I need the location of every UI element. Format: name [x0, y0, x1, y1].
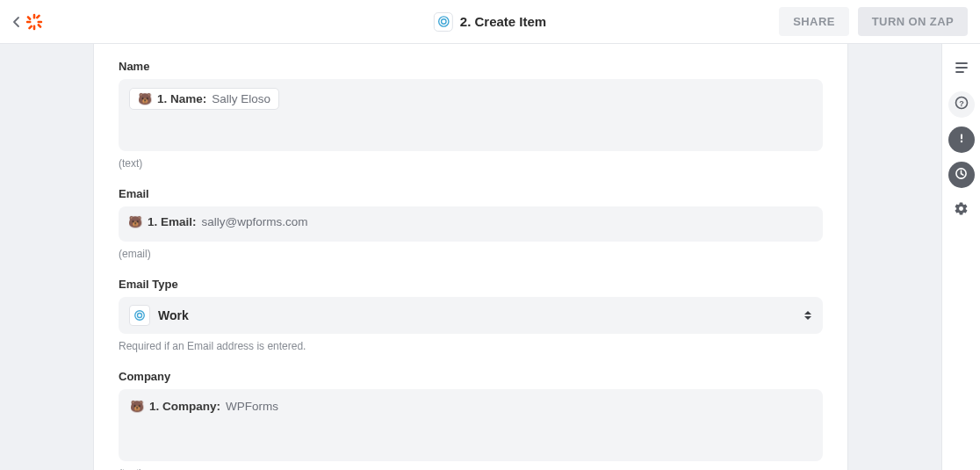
svg-rect-4 [26, 15, 32, 20]
field-label: Name [119, 60, 823, 73]
bear-icon: 🐻 [138, 92, 152, 105]
svg-point-9 [441, 19, 446, 25]
field-hint: Required if an Email address is entered. [119, 340, 823, 352]
step-title-text: 2. Create Item [460, 14, 546, 29]
svg-rect-17 [961, 134, 962, 140]
rail-settings-button[interactable] [948, 197, 975, 223]
back-button[interactable] [12, 12, 44, 32]
svg-text:?: ? [959, 99, 964, 108]
bear-icon: 🐻 [130, 400, 144, 413]
rail-alert-button[interactable] [948, 127, 975, 153]
svg-point-8 [438, 17, 448, 26]
svg-rect-5 [37, 23, 42, 28]
alert-icon [955, 132, 968, 148]
pill-source-label: 1. Email: [148, 215, 197, 228]
field-company: Company 🐻 1. Company: WPForms (text) [119, 370, 823, 470]
svg-rect-3 [37, 20, 42, 23]
field-name: Name 🐻 1. Name: Sally Eloso (text) [119, 60, 823, 170]
turn-on-zap-button[interactable]: TURN ON ZAP [858, 7, 968, 36]
field-hint: (text) [119, 157, 823, 170]
top-actions: SHARE TURN ON ZAP [779, 7, 968, 36]
rail-history-button[interactable] [948, 162, 975, 188]
email-type-select[interactable]: Work [119, 297, 823, 334]
field-label: Email Type [119, 278, 823, 291]
step-title: 2. Create Item [434, 12, 546, 32]
svg-rect-0 [33, 13, 36, 18]
mapped-field-pill[interactable]: 🐻 1. Email: sally@wpforms.com [127, 213, 309, 230]
right-rail: ? [941, 44, 980, 470]
name-input[interactable]: 🐻 1. Name: Sally Eloso [119, 79, 823, 151]
svg-point-11 [137, 313, 141, 317]
pill-source-label: 1. Name: [157, 92, 206, 105]
field-email-type: Email Type Work [119, 278, 823, 352]
top-bar: 2. Create Item SHARE TURN ON ZAP [0, 0, 980, 44]
gear-icon [954, 201, 969, 220]
field-label: Email [119, 187, 823, 200]
field-label: Company [119, 370, 823, 383]
pill-source-value: Sally Eloso [212, 92, 270, 105]
select-value: Work [158, 308, 189, 322]
chevron-left-icon [12, 16, 21, 28]
mapped-field-pill[interactable]: 🐻 1. Company: WPForms [129, 398, 279, 415]
content-area: Name 🐻 1. Name: Sally Eloso (text) Email… [0, 44, 941, 470]
svg-rect-7 [28, 25, 33, 30]
svg-rect-6 [35, 14, 40, 19]
field-hint: (email) [119, 248, 823, 260]
bear-icon: 🐻 [128, 215, 142, 228]
rail-outline-button[interactable] [948, 56, 975, 83]
list-icon [955, 61, 969, 77]
svg-point-18 [960, 141, 962, 142]
setup-panel: Name 🐻 1. Name: Sally Eloso (text) Email… [93, 44, 848, 470]
svg-rect-1 [33, 25, 36, 30]
clock-icon [955, 167, 968, 184]
email-input[interactable]: 🐻 1. Email: sally@wpforms.com [119, 206, 823, 242]
svg-rect-2 [26, 20, 32, 23]
podio-icon [434, 12, 453, 32]
company-input[interactable]: 🐻 1. Company: WPForms [119, 389, 823, 461]
field-email: Email 🐻 1. Email: sally@wpforms.com (ema… [119, 187, 823, 260]
mapped-field-pill[interactable]: 🐻 1. Name: Sally Eloso [129, 88, 279, 110]
zapier-logo-icon [25, 12, 44, 32]
pill-source-value: sally@wpforms.com [202, 215, 308, 228]
podio-icon [129, 305, 150, 326]
pill-source-label: 1. Company: [149, 400, 220, 413]
rail-help-button[interactable]: ? [948, 91, 975, 118]
share-button[interactable]: SHARE [779, 7, 849, 36]
pill-source-value: WPForms [226, 400, 278, 413]
help-icon: ? [955, 96, 969, 113]
svg-point-10 [135, 311, 145, 321]
sort-arrows-icon [803, 310, 812, 321]
